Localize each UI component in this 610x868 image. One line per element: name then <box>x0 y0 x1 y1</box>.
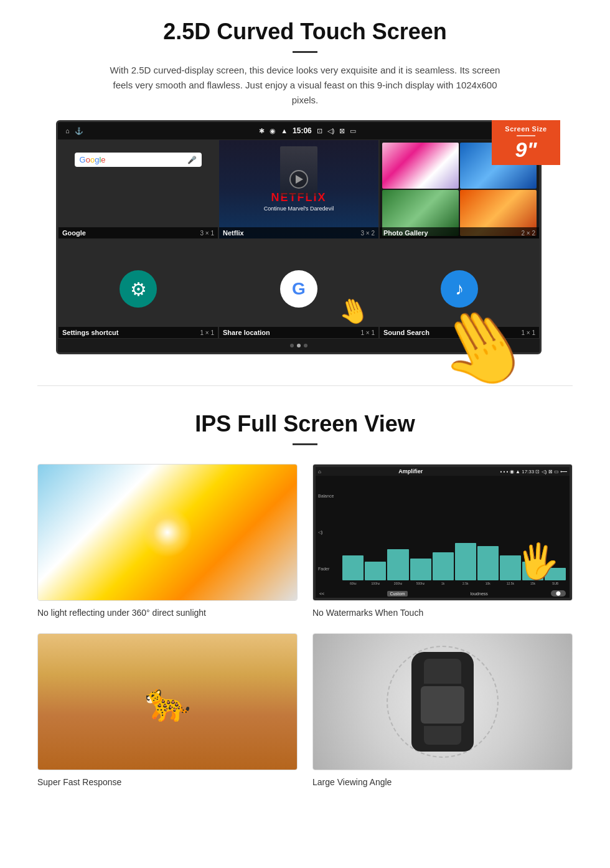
car-rear <box>424 726 461 745</box>
music-note-icon: ♪ <box>455 279 464 299</box>
amp-bottom-bar: << Custom loudness ⬤ <box>316 589 570 598</box>
eq-bar-3: 200hz <box>387 549 408 585</box>
page-dot-1 <box>290 344 294 347</box>
volume-icon: ◁) <box>327 127 335 135</box>
sunlight-glow <box>143 507 192 557</box>
location-icon: ◉ <box>270 127 276 135</box>
status-bar: ⌂ ⚓ ✱ ◉ ▲ 15:06 ⊡ ◁) ⊠ ▭ <box>58 122 540 139</box>
google-logo: Google <box>80 155 106 164</box>
netflix-app-name: Netflix <box>223 229 244 237</box>
page-dot-3 <box>304 344 307 347</box>
settings-circle: ⚙ <box>120 270 157 308</box>
sunlight-label: No light reflecting under 360° direct su… <box>37 608 206 618</box>
feature-amplifier: ⌂ Amplifier ▪ ▪ ▪ ◉ ▲ 17:33 ⊡ ◁) ⊠ ▭ ⟵ B… <box>312 464 573 618</box>
settings-app-name: Settings shortcut <box>62 329 118 336</box>
section1-divider <box>293 51 317 53</box>
sound-label: Sound Search 1 × 1 <box>380 327 539 338</box>
share-label: Share location 1 × 1 <box>219 327 378 338</box>
bluetooth-icon: ✱ <box>259 127 265 135</box>
badge-size: 9" <box>515 138 537 161</box>
feature-car: Large Viewing Angle <box>312 633 573 788</box>
amp-toggle: ⬤ <box>551 590 566 597</box>
google-label: Google 3 × 1 <box>59 227 218 238</box>
badge-label: Screen Size <box>495 125 556 133</box>
sound-app-size: 1 × 1 <box>521 329 535 336</box>
car-top-view <box>411 652 474 752</box>
eq-bar-6: 2.5k <box>455 543 476 585</box>
amp-time: ▪ ▪ ▪ ◉ ▲ 17:33 ⊡ ◁) ⊠ ▭ ⟵ <box>500 469 567 474</box>
section1-description: With 2.5D curved-display screen, this de… <box>106 63 504 108</box>
amp-loudness-label: loudness <box>471 592 488 596</box>
screen-size-badge: Screen Size 9" <box>492 120 560 165</box>
status-bar-left: ⌂ ⚓ <box>65 127 83 135</box>
device-wrapper: Screen Size 9" ⌂ ⚓ ✱ ◉ ▲ 15:06 ⊡ ◁) ⊠ <box>56 120 554 354</box>
amp-nav-arrows: << <box>319 592 324 596</box>
netflix-app-size: 3 × 2 <box>360 230 375 237</box>
camera-icon: ⊡ <box>317 127 322 135</box>
hand-icon: 🤚 <box>334 292 373 330</box>
netflix-label: Netflix 3 × 2 <box>219 227 378 238</box>
car-roof <box>421 686 464 724</box>
page-dots <box>58 339 540 352</box>
car-container <box>411 652 474 752</box>
app-cell-share[interactable]: G 🤚 Share location 1 × 1 <box>218 239 379 339</box>
cheetah-visual: 🐆 <box>38 634 297 770</box>
settings-label: Settings shortcut 1 × 1 <box>59 327 218 338</box>
car-image <box>312 633 573 770</box>
share-app-name: Share location <box>223 329 270 336</box>
car-windshield <box>424 659 461 684</box>
eq-bar-2: 100hz <box>365 562 386 585</box>
usb-icon: ⚓ <box>75 127 83 135</box>
eq-bar-7: 10k <box>477 546 499 585</box>
sound-circle: ♪ <box>441 270 478 308</box>
wifi-icon: ▲ <box>281 127 288 134</box>
amp-speaker-icon: ◁) <box>318 530 334 535</box>
google-search-bar[interactable]: Google 🎤 <box>75 153 202 167</box>
page-dot-2 <box>297 344 301 347</box>
section-divider <box>37 385 573 386</box>
section2-title: IPS Full Screen View <box>37 411 573 437</box>
cheetah-label: Super Fast Response <box>37 777 121 787</box>
cheetah-icon: 🐆 <box>144 680 191 724</box>
sunlight-visual <box>38 465 297 600</box>
section-ips: IPS Full Screen View No light reflecting… <box>0 405 610 806</box>
maps-icon: G <box>280 270 317 308</box>
section1-title: 2.5D Curved Touch Screen <box>37 19 573 45</box>
app-cell-settings[interactable]: ⚙ Settings shortcut 1 × 1 <box>58 239 218 339</box>
share-app-size: 1 × 1 <box>360 329 375 336</box>
time-display: 15:06 <box>293 126 312 135</box>
sound-app-name: Sound Search <box>383 329 429 336</box>
section-curved-screen: 2.5D Curved Touch Screen With 2.5D curve… <box>0 0 610 367</box>
eq-bar-5: 1k <box>433 552 454 585</box>
app-cell-google[interactable]: Google 🎤 Google 3 × 1 <box>58 139 218 239</box>
google-app-name: Google <box>62 229 86 237</box>
amplifier-visual: ⌂ Amplifier ▪ ▪ ▪ ◉ ▲ 17:33 ⊡ ◁) ⊠ ▭ ⟵ B… <box>313 465 572 600</box>
section2-divider <box>293 443 317 445</box>
badge-divider <box>517 135 535 136</box>
feature-cheetah: 🐆 Super Fast Response <box>37 633 298 788</box>
settings-app-size: 1 × 1 <box>200 329 214 336</box>
amp-title: Amplifier <box>398 468 423 474</box>
amp-status-bar: ⌂ Amplifier ▪ ▪ ▪ ◉ ▲ 17:33 ⊡ ◁) ⊠ ▭ ⟵ <box>316 467 570 476</box>
battery-icon: ⊠ <box>339 127 345 135</box>
amp-fader-label: Fader <box>318 567 334 571</box>
amp-home: ⌂ <box>318 469 321 474</box>
amplifier-label: No Watermarks When Touch <box>312 608 423 618</box>
photos-app-size: 2 × 2 <box>521 230 535 237</box>
cheetah-image: 🐆 <box>37 633 298 770</box>
sunlight-image <box>37 464 298 601</box>
photos-app-name: Photo Gallery <box>383 229 428 237</box>
amp-custom-btn: Custom <box>387 591 407 597</box>
amp-hand: 🖐 <box>517 541 560 582</box>
feature-sunlight: No light reflecting under 360° direct su… <box>37 464 298 618</box>
photo-thumb-1 <box>382 143 459 189</box>
status-bar-center: ✱ ◉ ▲ 15:06 ⊡ ◁) ⊠ ▭ <box>83 126 532 135</box>
amp-balance-label: Balance <box>318 494 334 498</box>
netflix-subtitle: Continue Marvel's Daredevil <box>264 205 334 212</box>
app-cell-netflix[interactable]: NETFLIX Continue Marvel's Daredevil Netf… <box>218 139 379 239</box>
window-icon: ▭ <box>350 127 356 135</box>
google-app-size: 3 × 1 <box>200 230 214 237</box>
eq-bar-1: 60hz <box>342 555 364 585</box>
home-icon: ⌂ <box>65 127 70 134</box>
app-cell-sound[interactable]: ♪ Sound Search 1 × 1 <box>379 239 540 339</box>
